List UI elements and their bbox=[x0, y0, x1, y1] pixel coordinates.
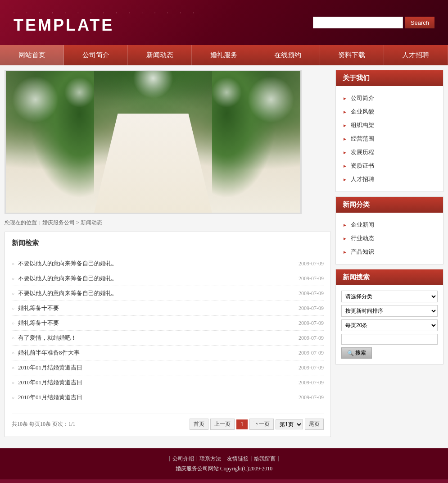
sidebar-about-item-7[interactable]: ► 人才招聘 bbox=[343, 173, 436, 186]
page-select[interactable]: 第1页 bbox=[276, 419, 303, 429]
pagination: 共10条 每页10条 页次：1/1 首页 上一页 1 下一页 第1页 尾页 bbox=[12, 414, 324, 430]
news-bullet: ○ bbox=[12, 291, 14, 296]
news-list-item: ○ 婚礼前半年准备8件大事 2009-07-09 bbox=[12, 346, 324, 360]
sidebar-category-item-3[interactable]: ► 产品知识 bbox=[343, 245, 436, 259]
search-button[interactable]: Search bbox=[405, 17, 434, 28]
news-item-link-6[interactable]: 婚礼前半年准备8件大事 bbox=[18, 349, 299, 357]
sidebar-about-label-7: 人才招聘 bbox=[351, 175, 374, 183]
logo-dots: · · · · · · · · · · · · · · · bbox=[14, 11, 199, 15]
nav-item-about[interactable]: 公司简介 bbox=[64, 45, 128, 65]
nav-item-news[interactable]: 新闻动态 bbox=[128, 45, 192, 65]
sidebar-about-item-3[interactable]: ► 组织构架 bbox=[343, 118, 436, 132]
news-item-date-9: 2009-07-09 bbox=[299, 394, 324, 401]
sidebar-about-label-4: 经营范围 bbox=[351, 135, 374, 143]
sidebar: 关于我们 ► 公司简介 ► 企业风貌 ► 组织构架 ► 经营范围 bbox=[335, 70, 443, 444]
hero-image bbox=[5, 70, 302, 214]
news-bullet: ○ bbox=[12, 321, 14, 326]
logo-text: TEMPLATE bbox=[14, 16, 114, 34]
news-item-date-7: 2009-07-09 bbox=[299, 365, 324, 371]
arrow-icon: ► bbox=[343, 177, 347, 182]
news-keyword-input[interactable] bbox=[341, 334, 438, 345]
sidebar-about-label-3: 组织构架 bbox=[351, 121, 374, 129]
page-current-btn[interactable]: 1 bbox=[236, 419, 248, 429]
sidebar-about-item-2[interactable]: ► 企业风貌 bbox=[343, 105, 436, 118]
news-list-item: ○ 不要以他人的意向来筹备自己的婚礼。 2009-07-09 bbox=[12, 286, 324, 301]
footer: | 公司介绍 | 联系方法 | 友情链接 | 给我留言 | 婚庆服务公司网站 C… bbox=[0, 448, 448, 479]
news-item-link-2[interactable]: 不要以他人的意向来筹备自己的婚礼。 bbox=[18, 289, 299, 297]
news-bullet: ○ bbox=[12, 276, 14, 281]
news-item-link-7[interactable]: 2010年01月结婚黄道吉日 bbox=[18, 364, 299, 372]
news-bullet: ○ bbox=[12, 261, 14, 266]
main-content: 您现在的位置：婚庆服务公司 > 新闻动态 新闻检索 ○ 不要以他人的意向来筹备自… bbox=[0, 65, 448, 448]
page-prev-btn[interactable]: 上一页 bbox=[210, 419, 235, 430]
news-list-item: ○ 不要以他人的意向来筹备自己的婚礼。 2009-07-09 bbox=[12, 271, 324, 286]
sidebar-about-item-1[interactable]: ► 公司简介 bbox=[343, 91, 436, 105]
nav-item-download[interactable]: 资料下载 bbox=[320, 45, 384, 65]
news-item-link-0[interactable]: 不要以他人的意向来筹备自己的婚礼。 bbox=[18, 260, 299, 268]
sidebar-category-item-1[interactable]: ► 企业新闻 bbox=[343, 218, 436, 232]
sidebar-news-category-content: ► 企业新闻 ► 行业动态 ► 产品知识 bbox=[336, 213, 443, 264]
arrow-icon: ► bbox=[343, 109, 347, 114]
page-last-btn[interactable]: 尾页 bbox=[305, 419, 324, 430]
footer-links: | 公司介绍 | 联系方法 | 友情链接 | 给我留言 | bbox=[7, 455, 441, 463]
footer-link-friends[interactable]: 友情链接 bbox=[227, 455, 249, 463]
sidebar-category-item-2[interactable]: ► 行业动态 bbox=[343, 232, 436, 245]
nav-item-home[interactable]: 网站首页 bbox=[0, 45, 64, 65]
news-bullet: ○ bbox=[12, 395, 14, 400]
news-item-date-3: 2009-07-09 bbox=[299, 305, 324, 312]
arrow-icon: ► bbox=[343, 150, 347, 155]
sidebar-about-item-4[interactable]: ► 经营范围 bbox=[343, 132, 436, 146]
category-select[interactable]: 请选择分类 bbox=[341, 291, 438, 302]
news-list-item: ○ 婚礼筹备十不要 2009-07-09 bbox=[12, 301, 324, 316]
news-search-submit-btn[interactable]: 🔍 搜索 bbox=[341, 347, 372, 359]
news-item-link-1[interactable]: 不要以他人的意向来筹备自己的婚礼。 bbox=[18, 274, 299, 283]
sidebar-about: 关于我们 ► 公司简介 ► 企业风貌 ► 组织构架 ► 经营范围 bbox=[335, 70, 443, 192]
sidebar-category-label-3: 产品知识 bbox=[351, 248, 374, 256]
perpage-select[interactable]: 每页20条 bbox=[341, 319, 438, 331]
search-area: Search bbox=[313, 17, 434, 28]
search-icon: 🔍 bbox=[347, 350, 354, 356]
search-input[interactable] bbox=[313, 17, 403, 28]
arrow-icon: ► bbox=[343, 250, 347, 255]
news-list-item: ○ 2010年01月结婚黄道吉日 2009-07-09 bbox=[12, 390, 324, 405]
page-next-btn[interactable]: 下一页 bbox=[249, 419, 274, 430]
footer-link-contact[interactable]: 联系方法 bbox=[199, 455, 221, 463]
news-list-item: ○ 婚礼筹备十不要 2009-07-09 bbox=[12, 316, 324, 331]
page-info: 共10条 每页10条 页次：1/1 bbox=[12, 420, 75, 428]
footer-link-message[interactable]: 给我留言 bbox=[254, 455, 276, 463]
news-list-item: ○ 有了爱情，就结婚吧！ 2009-07-09 bbox=[12, 331, 324, 346]
footer-link-about[interactable]: 公司介绍 bbox=[172, 455, 194, 463]
nav-item-booking[interactable]: 在线预约 bbox=[256, 45, 320, 65]
news-section-title: 新闻检索 bbox=[12, 239, 324, 250]
nav-item-wedding[interactable]: 婚礼服务 bbox=[192, 45, 256, 65]
page-first-btn[interactable]: 首页 bbox=[190, 419, 208, 430]
news-search-btn-label: 搜索 bbox=[355, 349, 366, 357]
sidebar-about-label-6: 资质证书 bbox=[351, 162, 374, 170]
arrow-icon: ► bbox=[343, 123, 347, 128]
nav-item-recruit[interactable]: 人才招聘 bbox=[384, 45, 448, 65]
sidebar-category-label-2: 行业动态 bbox=[351, 234, 374, 242]
sidebar-about-item-6[interactable]: ► 资质证书 bbox=[343, 159, 436, 173]
news-item-link-4[interactable]: 婚礼筹备十不要 bbox=[18, 319, 299, 327]
sidebar-news-search-header: 新闻搜索 bbox=[336, 269, 443, 285]
news-item-date-8: 2009-07-09 bbox=[299, 379, 324, 386]
news-bullet: ○ bbox=[12, 351, 14, 355]
sidebar-about-label-2: 企业风貌 bbox=[351, 108, 374, 116]
content-area: 您现在的位置：婚庆服务公司 > 新闻动态 新闻检索 ○ 不要以他人的意向来筹备自… bbox=[5, 70, 331, 444]
sidebar-about-label-1: 公司简介 bbox=[351, 94, 374, 102]
sidebar-about-item-5[interactable]: ► 发展历程 bbox=[343, 146, 436, 159]
news-bullet: ○ bbox=[12, 306, 14, 311]
arrow-icon: ► bbox=[343, 96, 347, 101]
news-bullet: ○ bbox=[12, 336, 14, 341]
sidebar-news-search: 新闻搜索 请选择分类 按更新时间排序 每页20条 🔍 搜索 bbox=[335, 269, 443, 365]
navigation: 网站首页 公司简介 新闻动态 婚礼服务 在线预约 资料下载 人才招聘 bbox=[0, 45, 448, 65]
news-item-link-8[interactable]: 2010年01月结婚黄道吉日 bbox=[18, 378, 299, 387]
arrow-icon: ► bbox=[343, 164, 347, 169]
news-item-link-3[interactable]: 婚礼筹备十不要 bbox=[18, 304, 299, 312]
news-item-date-2: 2009-07-09 bbox=[299, 290, 324, 297]
news-item-link-9[interactable]: 2010年01月结婚黄道吉日 bbox=[18, 393, 299, 401]
sidebar-about-content: ► 公司简介 ► 企业风貌 ► 组织构架 ► 经营范围 ► 发展历程 bbox=[336, 86, 443, 191]
arrow-icon: ► bbox=[343, 236, 347, 241]
sort-select[interactable]: 按更新时间排序 bbox=[341, 305, 438, 317]
news-item-link-5[interactable]: 有了爱情，就结婚吧！ bbox=[18, 334, 299, 342]
